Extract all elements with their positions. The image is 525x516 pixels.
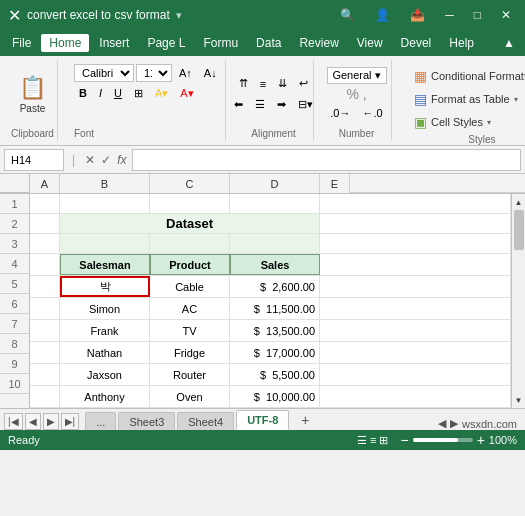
menu-page-layout[interactable]: Page L	[139, 34, 193, 52]
align-middle-btn[interactable]: ≡	[255, 75, 271, 93]
cell-d8[interactable]: $ 17,000.00	[230, 342, 320, 363]
cell-c8[interactable]: Fridge	[150, 342, 230, 363]
cell-d7[interactable]: $ 13,500.00	[230, 320, 320, 341]
sheet-next-btn[interactable]: ▶	[43, 413, 59, 430]
cell-c10[interactable]: Oven	[150, 386, 230, 407]
row-header-4[interactable]: 4	[0, 254, 29, 274]
row-header-10[interactable]: 10	[0, 374, 29, 394]
cell-e4[interactable]	[320, 254, 511, 275]
cell-d4-header[interactable]: Sales	[230, 254, 320, 275]
cell-b5[interactable]: 박	[60, 276, 150, 297]
zoom-in-btn[interactable]: +	[477, 432, 485, 448]
align-left-btn[interactable]: ⬅	[229, 96, 248, 114]
cell-a1[interactable]	[30, 194, 60, 213]
cancel-formula-btn[interactable]: ✕	[83, 151, 97, 169]
cell-a3[interactable]	[30, 234, 60, 253]
cell-c5[interactable]: Cable	[150, 276, 230, 297]
cell-b1[interactable]	[60, 194, 150, 213]
cell-c1[interactable]	[150, 194, 230, 213]
sheet-first-btn[interactable]: |◀	[4, 413, 23, 430]
row-header-3[interactable]: 3	[0, 234, 29, 254]
merge-btn[interactable]: ⊟▾	[293, 96, 318, 114]
col-header-d[interactable]: D	[230, 174, 320, 193]
cell-e9[interactable]	[320, 364, 511, 385]
cell-c3[interactable]	[150, 234, 230, 253]
search-btn[interactable]: 🔍	[334, 6, 361, 24]
sheet-tab-sheet4[interactable]: Sheet4	[177, 412, 234, 430]
vertical-scrollbar[interactable]: ▲ ▼	[511, 194, 525, 408]
align-right-btn[interactable]: ➡	[272, 96, 291, 114]
number-format-select[interactable]: General ▾	[327, 67, 387, 84]
cell-e10[interactable]	[320, 386, 511, 407]
fill-color-btn[interactable]: A▾	[150, 84, 173, 102]
cell-b4-header[interactable]: Salesman	[60, 254, 150, 275]
scroll-right-indicator[interactable]: ▶	[450, 417, 458, 430]
menu-developer[interactable]: Devel	[393, 34, 440, 52]
sheet-last-btn[interactable]: ▶|	[61, 413, 80, 430]
account-btn[interactable]: 👤	[369, 6, 396, 24]
font-name-select[interactable]: Calibri	[74, 64, 134, 82]
row-header-1[interactable]: 1	[0, 194, 29, 214]
zoom-out-btn[interactable]: −	[400, 432, 408, 448]
cell-c4-header[interactable]: Product	[150, 254, 230, 275]
minimize-btn[interactable]: ─	[439, 6, 460, 24]
paste-button[interactable]: 📋 Paste	[13, 65, 53, 123]
cell-styles-btn[interactable]: ▣ Cell Styles ▾	[408, 112, 525, 132]
menu-home[interactable]: Home	[41, 34, 89, 52]
cell-d9[interactable]: $ 5,500.00	[230, 364, 320, 385]
align-top-btn[interactable]: ⇈	[234, 75, 253, 93]
row-header-7[interactable]: 7	[0, 314, 29, 334]
scroll-thumb[interactable]	[514, 210, 524, 250]
share-btn[interactable]: 📤	[404, 6, 431, 24]
decrease-font-btn[interactable]: A↓	[199, 64, 222, 82]
cell-a5[interactable]	[30, 276, 60, 297]
increase-decimal-btn[interactable]: .0→	[325, 104, 355, 122]
cell-e8[interactable]	[320, 342, 511, 363]
font-size-select[interactable]: 11	[136, 64, 172, 82]
sheet-tab-dots[interactable]: ...	[85, 412, 116, 430]
menu-review[interactable]: Review	[291, 34, 346, 52]
cell-b8[interactable]: Nathan	[60, 342, 150, 363]
cell-d3[interactable]	[230, 234, 320, 253]
menu-data[interactable]: Data	[248, 34, 289, 52]
wrap-text-btn[interactable]: ↩	[294, 75, 313, 93]
italic-button[interactable]: I	[94, 84, 107, 102]
format-as-table-btn[interactable]: ▤ Format as Table ▾	[408, 89, 525, 109]
increase-font-btn[interactable]: A↑	[174, 64, 197, 82]
cell-c6[interactable]: AC	[150, 298, 230, 319]
scroll-down-btn[interactable]: ▼	[512, 392, 526, 408]
cell-b3[interactable]	[60, 234, 150, 253]
cell-b9[interactable]: Jaxson	[60, 364, 150, 385]
col-header-e[interactable]: E	[320, 174, 350, 193]
bold-button[interactable]: B	[74, 84, 92, 102]
menu-view[interactable]: View	[349, 34, 391, 52]
cell-reference-box[interactable]: H14	[4, 149, 64, 171]
row-header-5[interactable]: 5	[0, 274, 29, 294]
insert-function-btn[interactable]: fx	[115, 151, 128, 169]
row-header-8[interactable]: 8	[0, 334, 29, 354]
cell-b10[interactable]: Anthony	[60, 386, 150, 407]
sheet-prev-btn[interactable]: ◀	[25, 413, 41, 430]
row-header-6[interactable]: 6	[0, 294, 29, 314]
col-header-c[interactable]: C	[150, 174, 230, 193]
sheet-tab-sheet3[interactable]: Sheet3	[118, 412, 175, 430]
border-button[interactable]: ⊞	[129, 84, 148, 102]
cell-d1[interactable]	[230, 194, 320, 213]
cell-d6[interactable]: $ 11,500.00	[230, 298, 320, 319]
cell-a9[interactable]	[30, 364, 60, 385]
close-btn[interactable]: ✕	[495, 6, 517, 24]
cell-a6[interactable]	[30, 298, 60, 319]
decrease-decimal-btn[interactable]: ←.0	[358, 104, 388, 122]
font-color-btn[interactable]: A▾	[175, 84, 198, 102]
menu-formulas[interactable]: Formu	[195, 34, 246, 52]
cell-b7[interactable]: Frank	[60, 320, 150, 341]
cell-a7[interactable]	[30, 320, 60, 341]
scroll-up-btn[interactable]: ▲	[512, 194, 526, 210]
align-center-btn[interactable]: ☰	[250, 96, 270, 114]
cell-d10[interactable]: $ 10,000.00	[230, 386, 320, 407]
confirm-formula-btn[interactable]: ✓	[99, 151, 113, 169]
col-header-a[interactable]: A	[30, 174, 60, 193]
cell-a4[interactable]	[30, 254, 60, 275]
cell-e7[interactable]	[320, 320, 511, 341]
cell-e5[interactable]	[320, 276, 511, 297]
